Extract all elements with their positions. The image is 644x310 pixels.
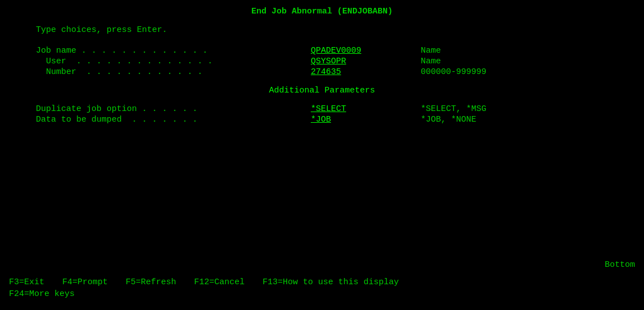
dup-job-row: Duplicate job option . . . . . . *SELECT…	[36, 104, 635, 114]
bottom-indicator: Bottom	[605, 260, 635, 270]
dup-job-value[interactable]: *SELECT	[311, 104, 412, 114]
f3-key[interactable]: F3=Exit	[9, 277, 44, 287]
dump-row: Data to be dumped . . . . . . . *JOB *JO…	[36, 115, 635, 124]
number-value[interactable]: 274635	[311, 67, 412, 77]
function-keys-area: F3=Exit F4=Prompt F5=Refresh F12=Cancel …	[9, 277, 635, 301]
fkey-row-1: F3=Exit F4=Prompt F5=Refresh F12=Cancel …	[9, 277, 635, 287]
instruction-text: Type choices, press Enter.	[9, 25, 635, 35]
dump-value[interactable]: *JOB	[311, 115, 412, 124]
dup-job-hint: *SELECT, *MSG	[421, 104, 486, 114]
user-row: User . . . . . . . . . . . . . . QSYSOPR…	[36, 57, 635, 66]
dump-label: Data to be dumped . . . . . . .	[36, 115, 311, 124]
job-name-hint: Name	[421, 46, 441, 55]
f5-key[interactable]: F5=Refresh	[126, 277, 176, 287]
number-label: Number . . . . . . . . . . . .	[36, 67, 311, 77]
job-name-label: Job name . . . . . . . . . . . . .	[36, 46, 311, 55]
additional-params-group: Duplicate job option . . . . . . *SELECT…	[9, 104, 635, 124]
screen-title: End Job Abnormal (ENDJOBABN)	[9, 7, 635, 16]
additional-params-header: Additional Parameters	[9, 86, 635, 95]
job-name-group: Job name . . . . . . . . . . . . . QPADE…	[9, 46, 635, 77]
job-name-row: Job name . . . . . . . . . . . . . QPADE…	[36, 46, 635, 55]
f24-key[interactable]: F24=More keys	[9, 289, 75, 299]
number-hint: 000000-999999	[421, 67, 486, 77]
job-name-value[interactable]: QPADEV0009	[311, 46, 412, 55]
f12-key[interactable]: F12=Cancel	[194, 277, 245, 287]
dup-job-label: Duplicate job option . . . . . .	[36, 104, 311, 114]
dump-hint: *JOB, *NONE	[421, 115, 476, 124]
f4-key[interactable]: F4=Prompt	[62, 277, 108, 287]
user-value[interactable]: QSYSOPR	[311, 57, 412, 66]
terminal-screen: End Job Abnormal (ENDJOBABN) Type choice…	[0, 0, 644, 310]
f13-key[interactable]: F13=How to use this display	[263, 277, 399, 287]
user-label: User . . . . . . . . . . . . . .	[36, 57, 311, 66]
number-row: Number . . . . . . . . . . . . 274635 00…	[36, 67, 635, 77]
fkey-row-2: F24=More keys	[9, 289, 635, 299]
user-hint: Name	[421, 57, 441, 66]
